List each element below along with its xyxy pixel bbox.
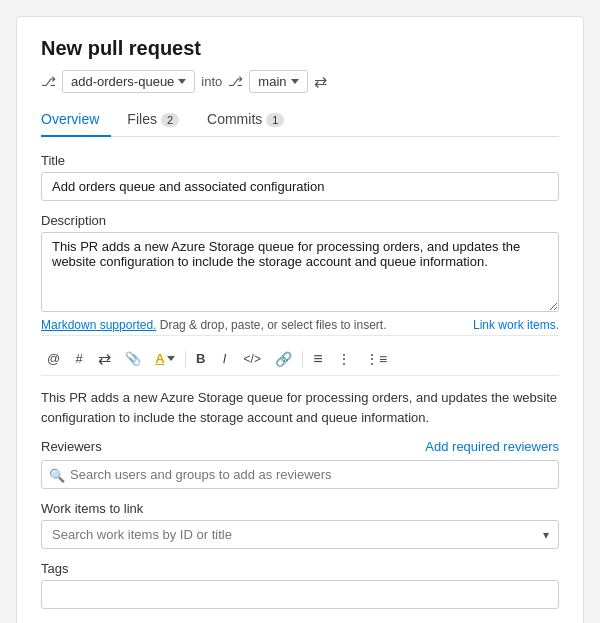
toolbar-code-btn[interactable]: </>: [238, 349, 267, 369]
target-branch-button[interactable]: main: [249, 70, 307, 93]
title-input[interactable]: [41, 172, 559, 201]
work-items-section: Work items to link ▾: [41, 501, 559, 549]
reviewers-header-row: Reviewers Add required reviewers: [41, 439, 559, 454]
work-items-select-container: ▾: [41, 520, 559, 549]
link-work-items-button[interactable]: Link work items.: [473, 318, 559, 332]
target-branch-chevron-icon: [291, 79, 299, 84]
work-items-search-input[interactable]: [41, 520, 559, 549]
toolbar-list-ul-btn[interactable]: ⋮: [331, 348, 357, 370]
toolbar-italic-btn[interactable]: I: [214, 348, 236, 369]
tags-section: Tags: [41, 561, 559, 609]
description-label: Description: [41, 213, 559, 228]
source-branch-label: add-orders-queue: [71, 74, 174, 89]
work-items-label: Work items to link: [41, 501, 559, 516]
markdown-bar: Markdown supported. Drag & drop, paste, …: [41, 315, 559, 336]
toolbar-bold-btn[interactable]: B: [190, 348, 212, 369]
git-target-icon: ⎇: [228, 74, 243, 89]
page-title: New pull request: [41, 37, 559, 60]
toolbar-list-ol-btn[interactable]: ⋮≡: [359, 348, 393, 370]
pr-form-container: New pull request ⎇ add-orders-queue into…: [16, 16, 584, 623]
source-branch-button[interactable]: add-orders-queue: [62, 70, 195, 93]
git-branch-icon: ⎇: [41, 74, 56, 89]
tab-overview[interactable]: Overview: [41, 105, 111, 137]
toolbar-snippet-btn[interactable]: ⇄: [92, 346, 117, 371]
add-required-reviewers-button[interactable]: Add required reviewers: [425, 439, 559, 454]
reviewers-section: Reviewers Add required reviewers 🔍: [41, 439, 559, 489]
title-section: Title: [41, 153, 559, 201]
reviewers-search-input[interactable]: [41, 460, 559, 489]
description-toolbar: @ # ⇄ 📎 A B I </> 🔗 ≡ ⋮ ⋮≡: [41, 342, 559, 376]
toolbar-sep-1: [185, 351, 186, 367]
reviewers-search-container: 🔍: [41, 460, 559, 489]
toolbar-highlight-btn[interactable]: A: [149, 348, 180, 369]
description-preview: This PR adds a new Azure Storage queue f…: [41, 388, 559, 427]
tab-commits[interactable]: Commits1: [207, 105, 296, 137]
title-label: Title: [41, 153, 559, 168]
tab-files[interactable]: Files2: [127, 105, 191, 137]
toolbar-attach-btn[interactable]: 📎: [119, 348, 147, 369]
tabs-row: Overview Files2 Commits1: [41, 105, 559, 137]
files-badge: 2: [161, 113, 179, 127]
commits-badge: 1: [266, 113, 284, 127]
toolbar-quote-btn[interactable]: ≡: [307, 347, 329, 371]
branch-row: ⎇ add-orders-queue into ⎇ main ⇄: [41, 70, 559, 93]
markdown-suffix: Drag & drop, paste, or select files to i…: [160, 318, 387, 332]
reviewers-search-wrapper: 🔍: [41, 460, 559, 489]
description-section: Description This PR adds a new Azure Sto…: [41, 213, 559, 376]
tags-input[interactable]: [41, 580, 559, 609]
swap-icon[interactable]: ⇄: [314, 72, 327, 91]
toolbar-mention-btn[interactable]: @: [41, 348, 66, 369]
description-textarea[interactable]: This PR adds a new Azure Storage queue f…: [41, 232, 559, 312]
tags-label: Tags: [41, 561, 559, 576]
target-branch-label: main: [258, 74, 286, 89]
toolbar-link-btn[interactable]: 🔗: [269, 348, 298, 370]
toolbar-heading-btn[interactable]: #: [68, 348, 90, 369]
source-branch-chevron-icon: [178, 79, 186, 84]
reviewers-label: Reviewers: [41, 439, 102, 454]
markdown-note-group: Markdown supported. Drag & drop, paste, …: [41, 318, 387, 332]
into-label: into: [201, 74, 222, 89]
markdown-link[interactable]: Markdown supported.: [41, 318, 156, 332]
toolbar-sep-2: [302, 351, 303, 367]
